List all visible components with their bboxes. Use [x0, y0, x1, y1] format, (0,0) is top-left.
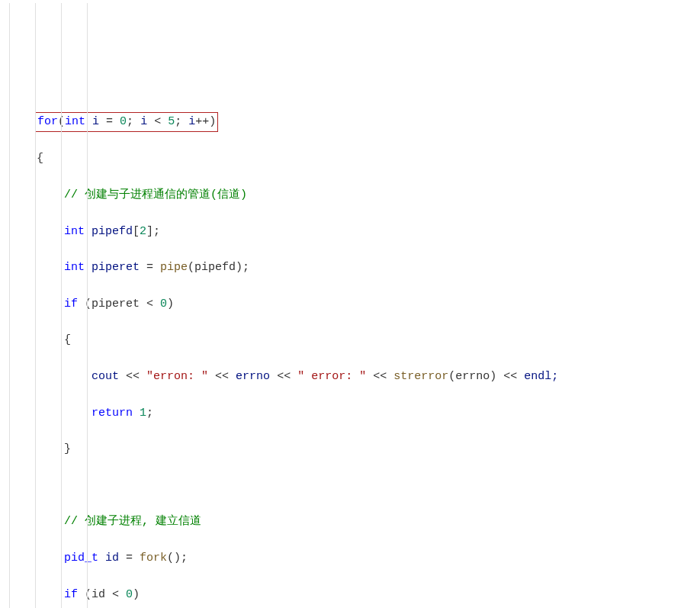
- code-line: cout << "erron: " << errno << " error: "…: [0, 368, 700, 386]
- code-line: if (piperet < 0): [0, 295, 700, 314]
- type-int: int: [65, 115, 85, 128]
- code-line: // 创建子进程, 建立信道: [0, 513, 700, 531]
- code-line: return 1;: [0, 404, 700, 423]
- code-line: [0, 477, 700, 495]
- comment: // 创建子进程, 建立信道: [64, 515, 201, 528]
- code-block: for(int i = 0; i < 5; i++) { // 创建与子进程通信…: [0, 3, 700, 608]
- code-line: pid_t id = fork();: [0, 549, 700, 568]
- code-line: int pipefd[2];: [0, 223, 700, 241]
- code-line: {: [0, 331, 700, 349]
- code-line: // 创建与子进程通信的管道(信道): [0, 186, 700, 204]
- highlight-box: for(int i = 0; i < 5; i++): [35, 112, 218, 132]
- code-line: int piperet = pipe(pipefd);: [0, 259, 700, 277]
- code-line: }: [0, 440, 700, 458]
- code-line: if (id < 0): [0, 586, 700, 604]
- code-line: {: [0, 150, 700, 168]
- code-line: for(int i = 0; i < 5; i++): [0, 112, 700, 132]
- keyword-for: for: [37, 115, 58, 128]
- comment: // 创建与子进程通信的管道(信道): [64, 188, 247, 201]
